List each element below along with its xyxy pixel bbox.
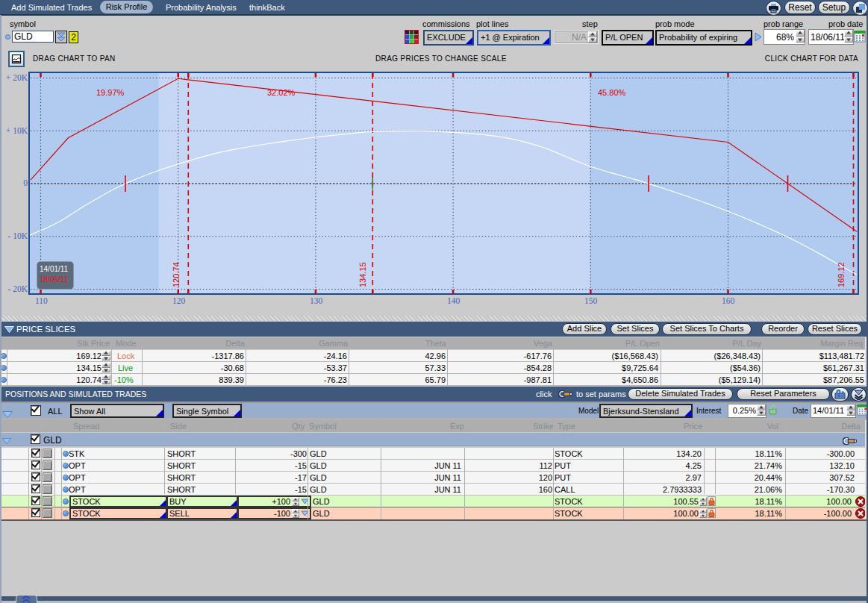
svg-text:45.80%: 45.80%	[598, 88, 626, 97]
svg-text:120.74: 120.74	[172, 262, 181, 287]
svg-text:32.02%: 32.02%	[267, 88, 296, 97]
svg-text:169.12: 169.12	[837, 262, 846, 287]
svg-text:134.15: 134.15	[358, 262, 367, 287]
svg-text:19.97%: 19.97%	[96, 88, 125, 97]
